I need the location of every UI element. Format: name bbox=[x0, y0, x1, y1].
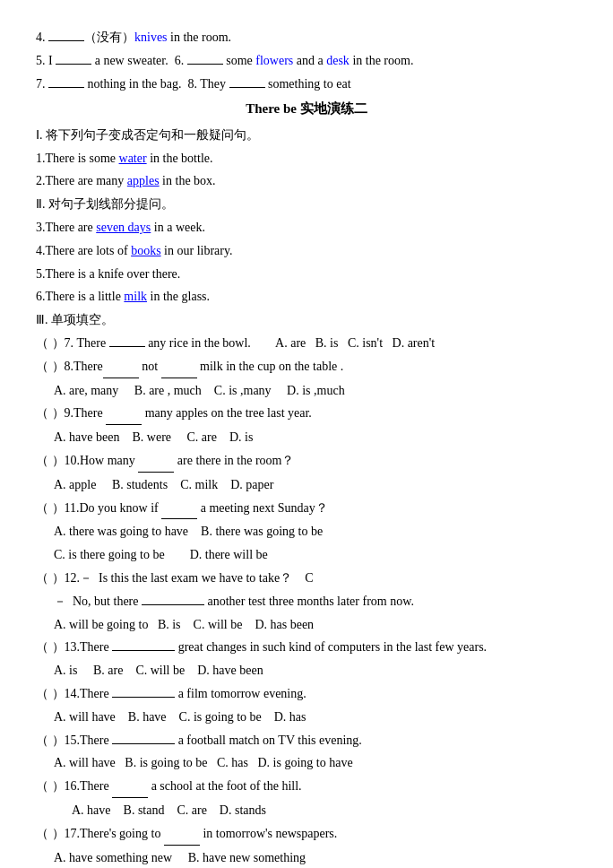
line-5: 5. I a new sweater. 6. some flowers and … bbox=[36, 50, 577, 72]
blank-6 bbox=[187, 64, 223, 65]
q2-text: 2.There are many apples in the box. bbox=[36, 170, 577, 192]
q9-line: （ ）9.There many apples on the tree last … bbox=[36, 403, 577, 425]
q11-options-ab: A. there was going to have B. there was … bbox=[36, 521, 577, 542]
blank-q9 bbox=[106, 403, 142, 425]
q11-line: （ ）11.Do you know if a meeting next Sund… bbox=[36, 498, 577, 520]
q12-sub: － No, but there another test three month… bbox=[36, 591, 577, 612]
q8-line: （ ）8.There not milk in the cup on the ta… bbox=[36, 356, 577, 378]
q16-line: （ ）16.There a school at the foot of the … bbox=[36, 776, 577, 798]
q12-line: （ ）12.－ Is this the last exam we have to… bbox=[36, 568, 577, 589]
blank-q17 bbox=[164, 823, 200, 846]
q9-options: A. have been B. were C. are D. is bbox=[36, 427, 577, 448]
blank-q8a bbox=[103, 356, 139, 378]
q6-text: 6.There is a little milk in the glass. bbox=[36, 286, 577, 308]
q3-text: 3.There are seven days in a week. bbox=[36, 217, 577, 239]
blank-q14 bbox=[112, 697, 175, 698]
q4-text: 4.There are lots of books in our library… bbox=[36, 240, 577, 262]
blank-q12 bbox=[142, 604, 204, 605]
q15-options: A. will have B. is going to be C. has D.… bbox=[36, 752, 577, 774]
blank-4 bbox=[48, 40, 84, 41]
q16-options: A. have B. stand C. are D. stands bbox=[36, 800, 577, 821]
blank-q7 bbox=[109, 346, 145, 347]
page: 4. （没有）knives in the room. 5. I a new sw… bbox=[36, 27, 577, 868]
blank-q15 bbox=[112, 743, 175, 744]
q10-line: （ ）10.How many are there in the room？ bbox=[36, 450, 577, 473]
blank-q10 bbox=[138, 450, 174, 473]
blank-q11 bbox=[161, 498, 197, 520]
q14-line: （ ）14.There a film tomorrow evening. bbox=[36, 683, 577, 705]
q14-options: A. will have B. have C. is going to be D… bbox=[36, 707, 577, 728]
roman-3: Ⅲ. 单项填空。 bbox=[36, 309, 577, 331]
q17-options-ab: A. have something new B. have new someth… bbox=[36, 847, 577, 868]
blank-7a bbox=[48, 87, 84, 88]
line-4: 4. （没有）knives in the room. bbox=[36, 27, 577, 48]
blank-q16 bbox=[112, 776, 148, 798]
q1-text: 1.There is some water in the bottle. bbox=[36, 148, 577, 169]
q8-options: A. are, many B. are , much C. is ,many D… bbox=[36, 380, 577, 402]
q11-options-cd: C. is there going to be D. there will be bbox=[36, 544, 577, 566]
q7-line: （ ）7. There any rice in the bowl. A. are… bbox=[36, 333, 577, 354]
blank-8a bbox=[229, 87, 265, 88]
q15-line: （ ）15.There a football match on TV this … bbox=[36, 730, 577, 751]
line-7: 7. nothing in the bag. 8. They something… bbox=[36, 74, 577, 95]
q13-options: A. is B. are C. will be D. have been bbox=[36, 660, 577, 681]
q12-options: A. will be going to B. is C. will be D. … bbox=[36, 614, 577, 636]
q5-text: 5.There is a knife over there. bbox=[36, 264, 577, 285]
roman-1: Ⅰ. 将下列句子变成否定句和一般疑问句。 bbox=[36, 125, 577, 146]
blank-q13 bbox=[112, 650, 175, 651]
roman-2: Ⅱ. 对句子划线部分提问。 bbox=[36, 194, 577, 215]
blank-q8b bbox=[161, 356, 197, 378]
q13-line: （ ）13.There great changes in such kind o… bbox=[36, 637, 577, 658]
q17-line: （ ）17.There's going to in tomorrow's new… bbox=[36, 823, 577, 846]
section-title: There be 实地演练二 bbox=[36, 98, 577, 121]
q10-options: A. apple B. students C. milk D. paper bbox=[36, 474, 577, 496]
blank-5a bbox=[56, 64, 91, 65]
